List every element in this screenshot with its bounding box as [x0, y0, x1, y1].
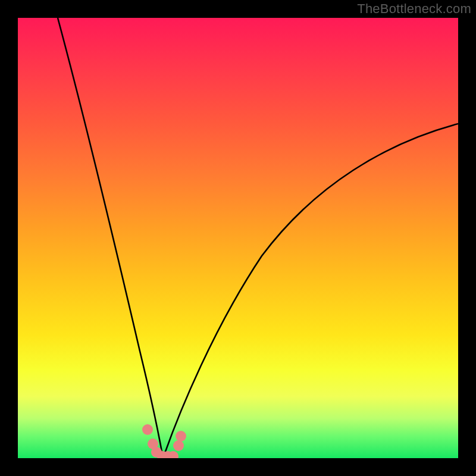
- svg-point-7: [176, 431, 186, 441]
- svg-point-0: [142, 424, 153, 435]
- svg-point-6: [173, 440, 184, 451]
- trough-markers: [142, 424, 186, 458]
- chart-frame: TheBottleneck.com: [0, 0, 476, 476]
- left-curve: [58, 18, 163, 458]
- heat-gradient-plot: [18, 18, 458, 458]
- watermark-text: TheBottleneck.com: [357, 1, 471, 17]
- curves-layer: [18, 18, 458, 458]
- right-curve: [163, 124, 458, 458]
